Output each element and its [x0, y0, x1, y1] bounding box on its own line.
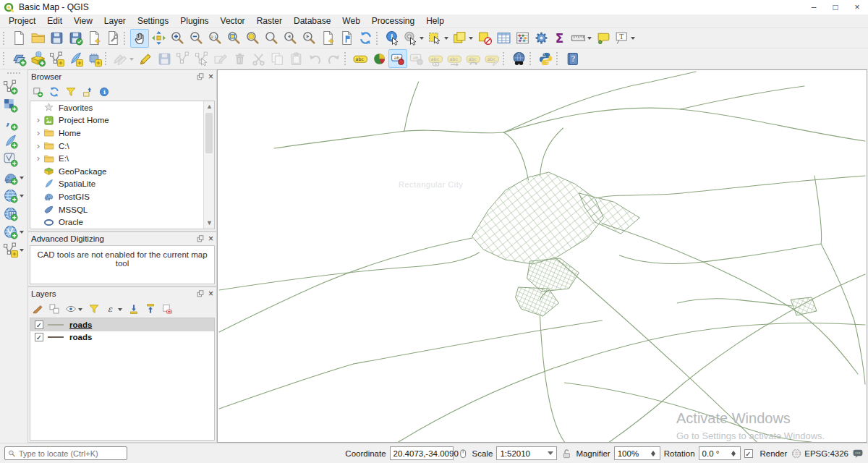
add-wms-layer-dropdown[interactable] [20, 195, 24, 200]
menu-plugins[interactable]: Plugins [174, 16, 214, 26]
add-mesh-layer-button[interactable] [0, 150, 27, 169]
menu-settings[interactable]: Settings [132, 16, 174, 26]
browser-item-project-home[interactable]: ›Project Home [30, 114, 214, 127]
new-temporary-scratch-layer-button[interactable] [85, 49, 103, 68]
float-panel-icon[interactable] [196, 234, 205, 243]
menu-processing[interactable]: Processing [366, 16, 420, 26]
zoom-out-button[interactable] [187, 29, 205, 48]
new-geopackage-layer-button[interactable] [28, 49, 47, 68]
toolbar-handle[interactable] [529, 52, 533, 65]
browser-item-home[interactable]: ›Home [30, 127, 214, 140]
browser-scrollbar[interactable]: ▲ ▼ [203, 101, 214, 229]
map-canvas[interactable]: Rectangular City Activate Windows Go to … [217, 69, 867, 443]
show-hidden-labels-button[interactable] [426, 49, 445, 68]
new-print-layout-button[interactable] [85, 29, 103, 48]
zoom-native-button[interactable] [205, 29, 224, 48]
minimize-button[interactable]: – [803, 0, 825, 14]
zoom-to-layer-button[interactable] [262, 29, 281, 48]
open-project-button[interactable] [28, 29, 47, 48]
zoom-last-button[interactable] [281, 29, 299, 48]
zoom-full-button[interactable] [224, 29, 243, 48]
menu-view[interactable]: View [68, 16, 98, 26]
filter-by-expression-button[interactable] [103, 302, 124, 316]
zoom-in-button[interactable] [168, 29, 187, 48]
map-tips-button[interactable] [594, 29, 613, 48]
toolbar-handle[interactable] [376, 32, 380, 45]
magnifier-spinbox[interactable]: 100% [614, 446, 660, 460]
save-project-button[interactable] [47, 29, 66, 48]
change-label-button[interactable] [388, 49, 407, 68]
float-panel-icon[interactable] [196, 289, 205, 298]
scale-combobox[interactable]: 1:52010 [496, 446, 557, 460]
menu-help[interactable]: Help [420, 16, 450, 26]
save-project-as-button[interactable] [66, 29, 85, 48]
processing-toolbox-button[interactable] [532, 29, 550, 48]
add-vector-layer-button[interactable] [0, 78, 27, 96]
filter-by-expression-dropdown[interactable] [118, 308, 122, 313]
new-shapefile-layer-button[interactable] [47, 49, 66, 68]
locator-search[interactable] [4, 446, 127, 460]
maximize-button[interactable]: □ [825, 0, 846, 14]
add-postgis-layers-dropdown[interactable] [20, 177, 24, 182]
browser-item-geopackage[interactable]: GeoPackage [30, 165, 214, 178]
rotation-spinbox[interactable]: 0.0 ° [699, 446, 741, 460]
close-button[interactable]: × [846, 0, 868, 14]
redo-button[interactable] [324, 49, 343, 68]
add-selected-layers-button[interactable] [30, 85, 45, 99]
save-layer-edits-button[interactable] [155, 49, 174, 68]
toolbar-handle[interactable] [503, 52, 506, 65]
refresh-button[interactable] [356, 29, 375, 48]
move-label-button[interactable] [445, 49, 464, 68]
close-panel-icon[interactable]: × [208, 72, 213, 81]
remove-layer-button[interactable] [160, 302, 174, 316]
close-panel-icon[interactable]: × [208, 234, 213, 243]
new-project-button[interactable] [9, 29, 28, 48]
open-layer-styling-button[interactable] [30, 302, 45, 316]
toolbar-handle[interactable] [124, 32, 127, 45]
toolbar-handle[interactable] [3, 52, 7, 65]
add-spatialite-layer-button[interactable] [0, 132, 27, 150]
select-features-button[interactable] [426, 29, 451, 48]
vertex-tool-button[interactable] [192, 49, 211, 68]
pin-labels-button[interactable] [407, 49, 426, 68]
manage-map-themes-button[interactable] [64, 302, 85, 316]
python-console-button[interactable] [536, 49, 555, 68]
new-virtual-layer-button[interactable] [0, 241, 27, 259]
add-raster-layer-button[interactable] [0, 96, 27, 114]
rotate-label-button[interactable] [464, 49, 482, 68]
text-annotation-dropdown[interactable] [631, 37, 635, 42]
expand-chevron[interactable]: › [33, 153, 43, 163]
open-data-source-manager-button[interactable] [9, 49, 28, 68]
refresh-browser-button[interactable] [47, 85, 61, 99]
expand-chevron[interactable]: › [33, 115, 43, 125]
menu-web[interactable]: Web [336, 16, 365, 26]
browser-item-favorites[interactable]: Favorites [30, 101, 214, 114]
statistical-summary-button[interactable] [550, 29, 569, 48]
collapse-all-button[interactable] [80, 85, 95, 99]
add-postgis-layers-button[interactable] [0, 169, 27, 187]
crs-status[interactable]: EPSG:4326 [791, 448, 848, 459]
measure-line-dropdown[interactable] [587, 37, 592, 42]
toolbar-handle[interactable] [344, 52, 348, 65]
run-feature-action-dropdown[interactable] [420, 37, 424, 42]
text-annotation-button[interactable] [613, 29, 637, 48]
browser-item-mssql[interactable]: MSSQL [30, 203, 214, 216]
expand-chevron[interactable]: › [33, 141, 43, 151]
add-delimited-text-layer-button[interactable] [0, 114, 27, 132]
add-wfs-layer-dropdown[interactable] [20, 231, 24, 236]
extents-toggle-icon[interactable] [457, 448, 469, 459]
select-by-expression-button[interactable] [451, 29, 475, 48]
layer-labeling-button[interactable] [351, 49, 370, 68]
field-calculator-button[interactable] [513, 29, 532, 48]
menu-vector[interactable]: Vector [215, 16, 251, 26]
menu-layer[interactable]: Layer [98, 16, 132, 26]
expand-all-button[interactable] [127, 302, 141, 316]
layer-checkbox[interactable]: ✓ [35, 333, 43, 341]
menu-edit[interactable]: Edit [41, 16, 68, 26]
new-virtual-layer-dropdown[interactable] [20, 249, 24, 254]
filter-legend-button[interactable] [87, 302, 101, 316]
menu-project[interactable]: Project [3, 16, 41, 26]
spinner-arrows[interactable] [651, 449, 658, 458]
locator-input[interactable] [19, 449, 124, 458]
digitize-segment-button[interactable] [174, 49, 192, 68]
